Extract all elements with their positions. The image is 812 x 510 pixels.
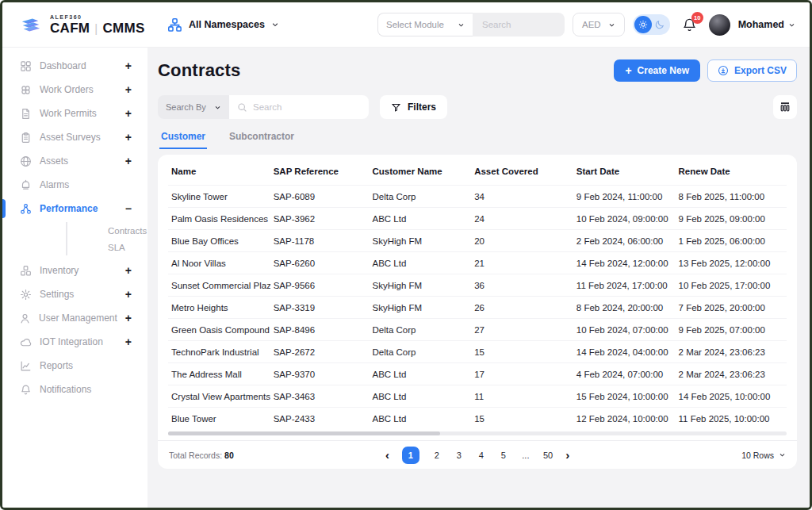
topbar-right: Select Module AED xyxy=(377,13,795,36)
notifications-bell[interactable]: 10 xyxy=(682,17,697,33)
global-search-input[interactable] xyxy=(473,13,565,36)
brand-logo[interactable]: ALEF360 CAFM | CMMS xyxy=(18,13,150,36)
sidebar-subitem-contracts[interactable]: Contracts xyxy=(67,222,147,239)
boxes-icon xyxy=(19,265,32,277)
sidebar-item-work-orders[interactable]: Work Orders+ xyxy=(2,78,147,102)
pagination-page-50[interactable]: 50 xyxy=(543,451,553,460)
sidebar-item-assets[interactable]: Assets+ xyxy=(2,149,147,173)
expand-plus-icon[interactable]: + xyxy=(125,289,132,300)
sidebar-item-notifications[interactable]: Notifications xyxy=(2,378,147,401)
cell-customer-name: Delta Corp xyxy=(369,319,471,341)
cell-asset-covered: 27 xyxy=(471,319,573,341)
active-indicator xyxy=(2,356,6,375)
table-row[interactable]: TechnoPark IndustrialSAP-2672Delta Corp1… xyxy=(168,341,787,363)
column-settings-button[interactable] xyxy=(773,95,797,119)
pagination-page-5[interactable]: 5 xyxy=(499,451,508,460)
pagination-page-3[interactable]: 3 xyxy=(454,451,464,460)
table-row[interactable]: Sunset Commercial PlazaSAP-9566SkyHigh F… xyxy=(168,274,787,297)
expand-plus-icon[interactable]: + xyxy=(125,336,132,347)
pagination-prev-icon[interactable]: ‹ xyxy=(385,449,389,461)
cell-renew-date: 10 Feb 2025, 17:00:00 xyxy=(676,274,787,297)
sidebar-item-label: Inventory xyxy=(40,265,117,276)
sidebar-item-asset-surveys[interactable]: Asset Surveys+ xyxy=(2,125,147,149)
cell-sap-reference: SAP-6260 xyxy=(270,252,370,274)
brand-cafm: CAFM xyxy=(50,21,90,35)
create-new-button[interactable]: + Create New xyxy=(614,59,700,82)
user-menu[interactable]: Mohamed xyxy=(738,19,795,30)
chevron-down-icon xyxy=(788,21,795,29)
currency-dropdown[interactable]: AED xyxy=(573,13,625,36)
column-header-asset-covered: Asset Covered xyxy=(471,156,573,186)
horizontal-scrollbar-thumb[interactable] xyxy=(168,431,440,435)
theme-toggle[interactable] xyxy=(633,14,670,35)
cell-sap-reference: SAP-3463 xyxy=(270,385,370,408)
sidebar-item-work-permits[interactable]: Work Permits+ xyxy=(2,102,147,125)
namespaces-dropdown[interactable]: All Namespaces xyxy=(167,17,279,33)
cell-asset-covered: 26 xyxy=(471,297,573,319)
user-avatar[interactable] xyxy=(709,14,730,36)
sidebar-item-user-management[interactable]: User Management+ xyxy=(2,306,147,330)
sidebar-item-iot-integration[interactable]: IOT Integration+ xyxy=(2,330,147,354)
table-search xyxy=(229,95,369,119)
table-row[interactable]: Metro HeightsSAP-3319SkyHigh FM268 Feb 2… xyxy=(168,297,787,319)
tab-subcontractor[interactable]: Subcontractor xyxy=(228,131,296,149)
expand-plus-icon[interactable]: + xyxy=(125,155,132,167)
brand-cmms: CMMS xyxy=(103,21,145,35)
pagination-page-1[interactable]: 1 xyxy=(402,447,419,464)
expand-plus-icon[interactable]: + xyxy=(125,108,132,119)
cell-renew-date: 14 Feb 2025, 10:00:00 xyxy=(676,385,787,408)
table-row[interactable]: Blue Bay OfficesSAP-1178SkyHigh FM202 Fe… xyxy=(168,230,787,252)
active-indicator xyxy=(2,80,6,99)
dark-mode-moon-icon[interactable] xyxy=(654,19,665,30)
pagination-page-4[interactable]: 4 xyxy=(477,451,486,460)
sidebar-item-label: Asset Surveys xyxy=(40,132,117,143)
table-row[interactable]: Palm Oasis ResidencesSAP-3962ABC Ltd2410… xyxy=(168,208,787,230)
export-csv-label: Export CSV xyxy=(734,65,787,76)
tab-customer[interactable]: Customer xyxy=(159,131,207,149)
sidebar-item-settings[interactable]: Settings+ xyxy=(2,282,147,306)
table-row[interactable]: Al Noor VillasSAP-6260ABC Ltd2114 Feb 20… xyxy=(168,252,787,274)
search-by-label: Search By xyxy=(166,102,206,112)
sidebar-subitem-sla[interactable]: SLA xyxy=(67,239,147,255)
select-module-dropdown[interactable]: Select Module xyxy=(377,13,473,36)
expand-plus-icon[interactable]: + xyxy=(125,60,132,71)
document-icon xyxy=(19,108,32,120)
expand-plus-icon[interactable]: + xyxy=(125,84,132,95)
rows-per-page-dropdown[interactable]: 10 Rows xyxy=(569,451,786,460)
sidebar-item-performance[interactable]: Performance− xyxy=(2,197,147,220)
filters-button[interactable]: Filters xyxy=(380,95,447,119)
column-header-sap-reference: SAP Reference xyxy=(270,156,370,186)
table-row[interactable]: The Address MallSAP-9370ABC Ltd174 Feb 2… xyxy=(168,363,787,385)
sidebar-item-inventory[interactable]: Inventory+ xyxy=(2,259,147,282)
cell-asset-covered: 24 xyxy=(471,208,573,230)
table-controls: Search By xyxy=(158,95,797,119)
columns-icon xyxy=(779,101,791,113)
expand-plus-icon[interactable]: + xyxy=(125,132,132,143)
cell-asset-covered: 11 xyxy=(471,385,573,408)
table-row[interactable]: Blue TowerSAP-2433ABC Ltd1512 Feb 2024, … xyxy=(168,408,787,430)
collapse-minus-icon[interactable]: − xyxy=(125,203,132,214)
sidebar-item-label: Performance xyxy=(40,203,117,214)
table-wrap: NameSAP ReferenceCustomer NameAsset Cove… xyxy=(158,155,797,429)
pagination-page-2[interactable]: 2 xyxy=(432,451,442,460)
sidebar-item-label: Work Orders xyxy=(40,84,117,95)
gear-icon xyxy=(19,289,32,301)
cell-sap-reference: SAP-2433 xyxy=(270,408,370,430)
expand-plus-icon[interactable]: + xyxy=(125,265,132,276)
sidebar-item-alarms[interactable]: Alarms xyxy=(2,173,147,197)
sidebar-item-reports[interactable]: Reports xyxy=(2,354,147,378)
table-search-input[interactable] xyxy=(253,102,361,112)
light-mode-sun-icon[interactable] xyxy=(634,16,652,33)
chevron-down-icon xyxy=(214,104,221,111)
chevron-down-icon xyxy=(779,451,786,458)
search-by-dropdown[interactable]: Search By xyxy=(158,95,229,119)
namespaces-hierarchy-icon xyxy=(167,17,182,33)
expand-plus-icon[interactable]: + xyxy=(125,313,132,324)
export-csv-button[interactable]: Export CSV xyxy=(707,59,797,82)
cell-asset-covered: 15 xyxy=(471,408,573,430)
table-row[interactable]: Crystal View ApartmentsSAP-3463ABC Ltd11… xyxy=(168,385,787,408)
table-row[interactable]: Green Oasis CompoundSAP-8496Delta Corp27… xyxy=(168,319,787,341)
active-indicator xyxy=(2,128,6,147)
table-row[interactable]: Skyline TowerSAP-6089Delta Corp349 Feb 2… xyxy=(168,186,787,208)
sidebar-item-dashboard[interactable]: Dashboard+ xyxy=(2,54,147,78)
